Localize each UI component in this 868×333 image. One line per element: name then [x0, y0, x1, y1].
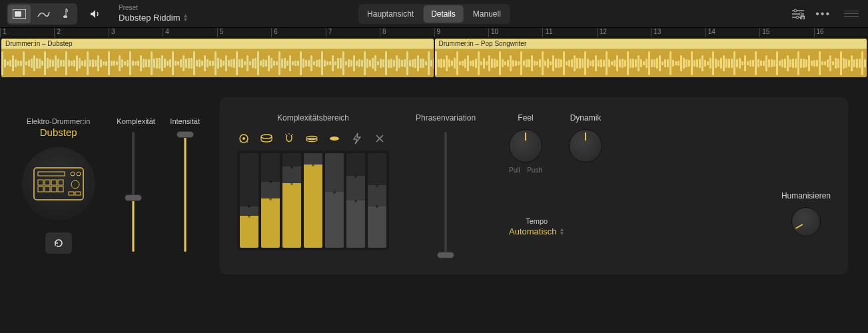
svg-rect-12 — [45, 180, 50, 185]
knobs-section: Feel Pull Push Dynamik Tempo Automatisc — [502, 113, 831, 236]
beat-category-icons — [237, 132, 389, 145]
preset-selector[interactable]: Preset Dubstep Riddim ▲▼ — [119, 4, 188, 23]
ruler-tick: 10 — [488, 28, 498, 37]
phrase-variation-section: Phrasenvariation — [416, 113, 476, 258]
region-header: Drummer:in – Dubstep — [1, 39, 434, 49]
humanize-knob[interactable] — [791, 207, 821, 236]
ruler-tick: 5 — [217, 28, 224, 37]
cross-icon[interactable] — [373, 132, 386, 145]
feel-pull-label: Pull — [509, 166, 520, 174]
tempo-selector[interactable]: Automatisch ▲▼ — [509, 226, 564, 236]
region-view-button[interactable] — [8, 5, 31, 23]
complexity-bar[interactable] — [368, 153, 386, 248]
track-area: Drummer:in – Dubstep Drummer:in – Pop So… — [0, 37, 868, 77]
complexity-bar[interactable] — [325, 153, 344, 248]
svg-rect-18 — [58, 186, 63, 192]
complexity-bar[interactable] — [240, 153, 258, 248]
ruler-tick: 13 — [651, 28, 661, 37]
svg-point-2 — [63, 15, 67, 18]
feel-knob[interactable] — [509, 129, 542, 163]
svg-point-5 — [796, 16, 799, 19]
complexity-bar[interactable] — [304, 153, 322, 248]
complexity-bars[interactable] — [237, 151, 389, 250]
ruler-tick: 9 — [434, 28, 441, 37]
slider-thumb[interactable] — [437, 252, 454, 258]
ruler-tick: 2 — [54, 28, 61, 37]
komplexitaet-slider[interactable] — [132, 132, 135, 252]
section-title: Komplexitätsbereich — [237, 113, 389, 123]
dynamik-knob[interactable] — [569, 129, 602, 163]
editor-view-tabs: Hauptansicht Details Manuell — [358, 4, 510, 24]
drummer-type-label: Elektro-Drummer:in — [20, 117, 97, 125]
svg-rect-8 — [38, 172, 65, 176]
svg-point-9 — [71, 172, 75, 176]
waveform — [435, 49, 867, 77]
view-mode-group — [7, 3, 77, 25]
region-2[interactable]: Drummer:in – Pop Songwriter — [435, 39, 867, 77]
ruler-tick: 14 — [705, 28, 715, 37]
tab-details[interactable]: Details — [423, 5, 464, 23]
svg-rect-11 — [38, 180, 43, 185]
svg-rect-14 — [58, 180, 63, 185]
knob-label: Feel — [509, 113, 542, 123]
intensitaet-slider[interactable] — [184, 132, 187, 252]
svg-point-23 — [242, 137, 245, 140]
ruler-tick: 1 — [0, 28, 7, 37]
drummer-style[interactable]: Dubstep — [20, 127, 97, 138]
knob-label: Humanisieren — [781, 191, 831, 200]
svg-point-10 — [77, 172, 81, 176]
waveform — [1, 49, 434, 77]
ruler-tick: 4 — [163, 28, 169, 37]
drummer-image[interactable] — [22, 147, 95, 220]
svg-point-27 — [330, 137, 339, 141]
toolbar-right: ••• — [791, 8, 861, 20]
svg-point-3 — [794, 9, 797, 12]
section-title: Phrasenvariation — [416, 113, 476, 123]
snare-icon[interactable] — [260, 132, 273, 145]
svg-point-19 — [71, 180, 79, 188]
complexity-bar[interactable] — [282, 153, 301, 248]
ruler-tick: 15 — [759, 28, 769, 37]
notation-view-button[interactable] — [56, 5, 76, 23]
ruler-tick: 16 — [814, 28, 824, 37]
timeline-ruler[interactable]: 12345678910111213141516 — [0, 28, 868, 37]
settings-icon[interactable] — [791, 9, 805, 19]
svg-rect-20 — [69, 192, 74, 195]
svg-rect-13 — [51, 180, 57, 185]
feel-knob-block: Feel Pull Push — [509, 113, 542, 174]
complexity-bar[interactable] — [261, 153, 280, 248]
humanize-knob-block: Humanisieren — [781, 191, 831, 236]
volume-button[interactable] — [85, 5, 105, 23]
complexity-range-section: Komplexitätsbereich — [237, 113, 389, 250]
ruler-tick: 11 — [542, 28, 552, 37]
preset-caption: Preset — [119, 4, 188, 13]
region-1[interactable]: Drummer:in – Dubstep — [1, 39, 434, 77]
svg-point-24 — [261, 135, 272, 139]
dynamik-knob-block: Dynamik — [569, 113, 602, 174]
tab-hauptansicht[interactable]: Hauptansicht — [359, 5, 422, 23]
reload-button[interactable] — [45, 232, 72, 254]
hihat-icon[interactable] — [305, 132, 318, 145]
automation-view-button[interactable] — [32, 5, 55, 23]
tab-manuell[interactable]: Manuell — [465, 5, 509, 23]
svg-rect-16 — [45, 186, 50, 192]
details-panel: Komplexitätsbereich Phrasenvariation Fee… — [220, 97, 848, 274]
complexity-bar[interactable] — [346, 153, 365, 248]
phrase-slider[interactable] — [444, 132, 447, 258]
clap-icon[interactable] — [282, 132, 296, 145]
perc-icon[interactable] — [328, 132, 341, 145]
more-icon[interactable]: ••• — [815, 8, 831, 20]
drummer-section: Elektro-Drummer:in Dubstep — [20, 117, 97, 254]
svg-rect-21 — [75, 192, 81, 195]
fx-icon[interactable] — [350, 132, 364, 145]
kick-icon[interactable] — [237, 132, 250, 145]
slider-label: Intensität — [170, 117, 200, 125]
tempo-block: Tempo Automatisch ▲▼ — [509, 217, 564, 236]
region-header: Drummer:in – Pop Songwriter — [435, 39, 867, 49]
svg-point-4 — [799, 13, 802, 15]
komplexitaet-slider-section: Komplexität — [117, 117, 150, 254]
drummer-editor: Elektro-Drummer:in Dubstep — [0, 77, 868, 274]
ruler-tick: 12 — [597, 28, 607, 37]
stepper-icon: ▲▼ — [560, 228, 565, 235]
drag-handle-icon[interactable] — [841, 8, 861, 19]
